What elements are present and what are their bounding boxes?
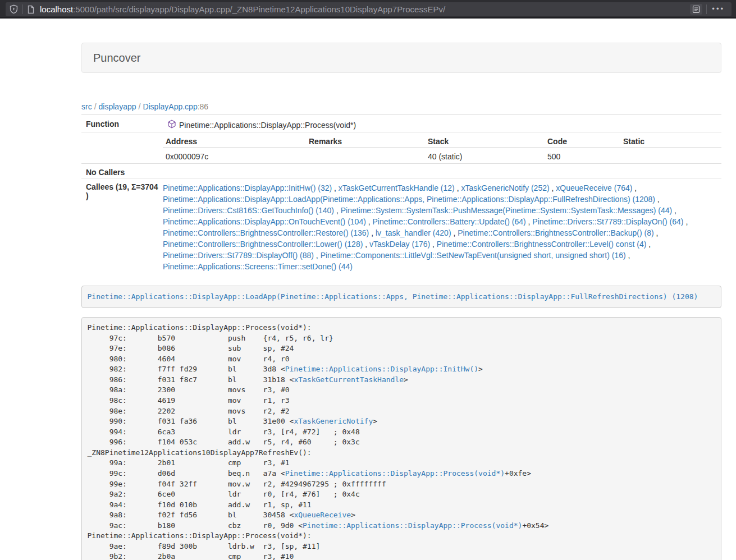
callee-link[interactable]: Pinetime::Components::LittleVgl::SetNewT… bbox=[321, 251, 626, 260]
callee-link[interactable]: lv_task_handler (420) bbox=[376, 228, 451, 237]
callee-link[interactable]: Pinetime::Applications::DisplayApp::Init… bbox=[163, 183, 332, 192]
callees-row: Callees (19, Σ=3704 ) Pinetime::Applicat… bbox=[81, 178, 721, 274]
browser-toolbar: localhost:5000/path/src/displayapp/Displ… bbox=[0, 0, 736, 19]
url-path: :5000/path/src/displayapp/DisplayApp.cpp… bbox=[73, 4, 445, 14]
callee-link[interactable]: Pinetime::Drivers::Cst816S::GetTouchInfo… bbox=[163, 206, 334, 215]
callee-line: Pinetime::Controllers::BrightnessControl… bbox=[163, 238, 721, 250]
col-address: Address bbox=[163, 137, 306, 146]
disasm-symbol-link[interactable]: Pinetime::Applications::DisplayApp::Proc… bbox=[303, 521, 522, 530]
disasm-symbol-link[interactable]: xQueueReceive bbox=[294, 511, 351, 519]
function-detail-table: Function Pinetime::Applications::Display… bbox=[81, 114, 721, 274]
disasm-symbol-link[interactable]: Pinetime::Applications::DisplayApp::Init… bbox=[285, 365, 478, 373]
disasm-symbol-link[interactable]: Pinetime::Applications::DisplayApp::Proc… bbox=[285, 469, 505, 478]
page-actions-menu-icon[interactable]: ••• bbox=[711, 5, 728, 14]
code-value: 500 bbox=[545, 152, 620, 161]
callee-link[interactable]: Pinetime::Applications::DisplayApp::OnTo… bbox=[163, 217, 366, 226]
static-value bbox=[620, 152, 721, 161]
breadcrumb-separator: / bbox=[92, 102, 99, 111]
function-name: Pinetime::Applications::DisplayApp::Proc… bbox=[179, 121, 356, 130]
callee-link[interactable]: Pinetime::Controllers::BrightnessControl… bbox=[163, 228, 369, 237]
urlbar-divider-right bbox=[706, 4, 707, 14]
loadapp-symbol-link[interactable]: Pinetime::Applications::DisplayApp::Load… bbox=[88, 292, 698, 301]
callee-line: Pinetime::Applications::DisplayApp::Load… bbox=[163, 194, 721, 205]
callee-link[interactable]: Pinetime::Drivers::St7789::DisplayOn() (… bbox=[532, 217, 683, 226]
callee-line: Pinetime::Controllers::BrightnessControl… bbox=[163, 227, 721, 238]
no-callers-row: No Callers bbox=[81, 164, 721, 178]
page-title: Puncover bbox=[93, 52, 710, 65]
symbol-cube-icon bbox=[167, 120, 176, 130]
callee-link[interactable]: Pinetime::Controllers::BrightnessControl… bbox=[458, 228, 653, 237]
breadcrumb-file-link[interactable]: DisplayApp.cpp bbox=[143, 102, 197, 111]
callee-link[interactable]: xTaskGetCurrentTaskHandle (12) bbox=[339, 183, 455, 192]
col-code: Code bbox=[545, 137, 620, 146]
url-text[interactable]: localhost:5000/path/src/displayapp/Displ… bbox=[40, 4, 690, 14]
stats-header-row: Address Remarks Stack Code Static bbox=[163, 132, 721, 148]
function-label: Function bbox=[81, 120, 163, 130]
tracking-protection-shield-icon[interactable] bbox=[9, 4, 19, 14]
callee-line: Pinetime::Applications::DisplayApp::OnTo… bbox=[163, 216, 721, 227]
callee-link[interactable]: Pinetime::Drivers::St7789::DisplayOff() … bbox=[163, 251, 314, 260]
col-remarks: Remarks bbox=[306, 137, 425, 146]
callee-link[interactable]: xTaskGenericNotify (252) bbox=[461, 183, 549, 192]
callee-line: Pinetime::Drivers::St7789::DisplayOff() … bbox=[163, 250, 721, 261]
col-static: Static bbox=[620, 137, 721, 146]
callee-line: Pinetime::Applications::DisplayApp::Init… bbox=[163, 182, 721, 194]
disasm-symbol-link[interactable]: xTaskGetCurrentTaskHandle bbox=[294, 375, 404, 384]
url-bar[interactable]: localhost:5000/path/src/displayapp/Displ… bbox=[6, 2, 732, 16]
callee-link[interactable]: Pinetime::Applications::DisplayApp::Load… bbox=[163, 195, 655, 204]
reader-mode-button[interactable] bbox=[690, 4, 702, 15]
page-content: Puncover src/displayapp/DisplayApp.cpp:8… bbox=[81, 43, 721, 560]
stack-value: 40 (static) bbox=[425, 152, 545, 161]
callee-link[interactable]: Pinetime::Controllers::BrightnessControl… bbox=[437, 240, 646, 249]
remarks-value bbox=[306, 152, 425, 161]
breadcrumb-line-number: :86 bbox=[198, 102, 208, 111]
col-stack: Stack bbox=[425, 137, 545, 146]
url-host: localhost bbox=[40, 4, 73, 14]
disasm-symbol-link[interactable]: xTaskGenericNotify bbox=[294, 417, 373, 425]
breadcrumb-src-link[interactable]: src bbox=[81, 102, 92, 111]
callee-line: Pinetime::Drivers::Cst816S::GetTouchInfo… bbox=[163, 205, 721, 216]
callee-line: Pinetime::Applications::Screens::Timer::… bbox=[163, 261, 721, 272]
breadcrumb: src/displayapp/DisplayApp.cpp:86 bbox=[81, 101, 721, 112]
callee-link[interactable]: Pinetime::System::SystemTask::PushMessag… bbox=[341, 206, 673, 215]
page-info-icon[interactable] bbox=[27, 5, 35, 14]
callee-link[interactable]: Pinetime::Applications::Screens::Timer::… bbox=[163, 262, 353, 271]
urlbar-divider bbox=[22, 4, 23, 14]
disassembly-block: Pinetime::Applications::DisplayApp::Proc… bbox=[81, 317, 721, 560]
stats-data-row: 0x0000097c 40 (static) 500 bbox=[163, 148, 721, 163]
no-callers-label: No Callers bbox=[81, 168, 163, 177]
breadcrumb-separator: / bbox=[136, 102, 143, 111]
callee-link[interactable]: vTaskDelay (176) bbox=[369, 240, 430, 249]
function-row: Function Pinetime::Applications::Display… bbox=[81, 115, 721, 132]
address-value: 0x0000097c bbox=[163, 152, 306, 161]
page-title-panel: Puncover bbox=[81, 43, 721, 73]
loadapp-snippet-block: Pinetime::Applications::DisplayApp::Load… bbox=[81, 286, 721, 308]
function-stats-row: Address Remarks Stack Code Static 0x0000… bbox=[81, 132, 721, 164]
callees-list: Pinetime::Applications::DisplayApp::Init… bbox=[163, 182, 721, 272]
breadcrumb-displayapp-link[interactable]: displayapp bbox=[99, 102, 136, 111]
callee-link[interactable]: Pinetime::Controllers::Battery::Update()… bbox=[373, 217, 526, 226]
callees-label: Callees (19, Σ=3704 ) bbox=[81, 182, 163, 272]
callee-link[interactable]: xQueueReceive (764) bbox=[556, 183, 632, 192]
callee-link[interactable]: Pinetime::Controllers::BrightnessControl… bbox=[163, 240, 363, 249]
